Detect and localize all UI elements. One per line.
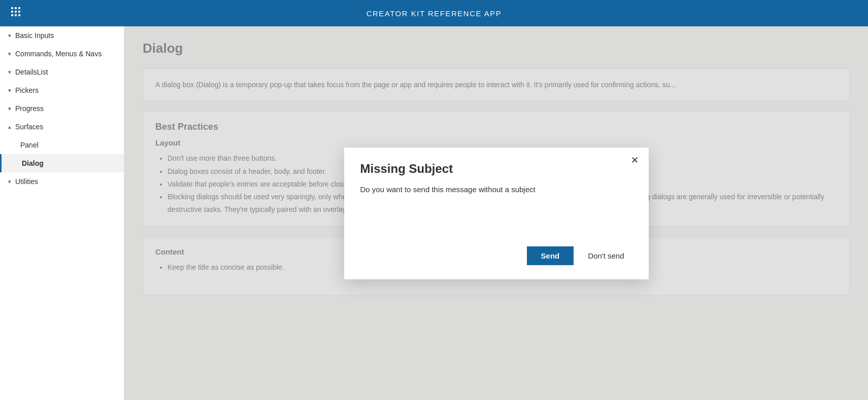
sidebar-item-basic-inputs[interactable]: ▾ Basic Inputs <box>0 26 124 45</box>
svg-point-6 <box>11 14 13 16</box>
dialog-footer: Send Don't send <box>360 246 632 265</box>
sidebar-item-commands-menus-navs[interactable]: ▾ Commands, Menus & Navs <box>0 45 124 63</box>
svg-point-5 <box>18 11 20 13</box>
svg-point-7 <box>15 14 17 16</box>
dialog-close-button[interactable]: ✕ <box>631 156 639 165</box>
app-header: CREATOR KIT REFERENCE APP <box>0 0 868 26</box>
sidebar-item-dialog[interactable]: Dialog <box>0 154 124 172</box>
svg-point-0 <box>11 7 13 9</box>
svg-point-3 <box>11 11 13 13</box>
sidebar-item-label: Commands, Menus & Navs <box>15 50 102 58</box>
chevron-icon: ▾ <box>8 105 11 112</box>
sidebar-item-label: Pickers <box>15 86 39 94</box>
chevron-icon: ▾ <box>8 32 11 39</box>
sidebar-item-label: DetailsList <box>15 68 48 76</box>
sidebar: ▾ Basic Inputs ▾ Commands, Menus & Navs … <box>0 26 124 400</box>
sidebar-item-label: Basic Inputs <box>15 31 54 40</box>
sidebar-item-progress[interactable]: ▾ Progress <box>0 99 124 118</box>
send-button[interactable]: Send <box>527 246 574 265</box>
sidebar-item-pickers[interactable]: ▾ Pickers <box>0 81 124 99</box>
dialog-title: Missing Subject <box>360 162 632 176</box>
sidebar-item-utilities[interactable]: ▾ Utilities <box>0 172 124 191</box>
sidebar-item-label: Dialog <box>22 159 44 167</box>
svg-point-4 <box>15 11 17 13</box>
waffle-icon[interactable] <box>10 6 21 20</box>
sidebar-item-label: Utilities <box>15 177 38 186</box>
chevron-icon: ▴ <box>8 124 11 130</box>
sidebar-item-label: Progress <box>15 104 44 113</box>
chevron-icon: ▾ <box>8 69 11 76</box>
svg-point-1 <box>15 7 17 9</box>
sidebar-item-label: Surfaces <box>15 123 43 131</box>
chevron-icon: ▾ <box>8 178 11 185</box>
dont-send-button[interactable]: Don't send <box>580 246 632 265</box>
dialog-body: Do you want to send this message without… <box>360 185 632 226</box>
svg-point-2 <box>18 7 20 9</box>
sidebar-item-label: Panel <box>20 141 39 149</box>
sidebar-item-panel[interactable]: Panel <box>0 136 124 154</box>
sidebar-item-details-list[interactable]: ▾ DetailsList <box>0 63 124 81</box>
dialog-overlay: ✕ Missing Subject Do you want to send th… <box>124 26 868 400</box>
chevron-icon: ▾ <box>8 87 11 94</box>
chevron-icon: ▾ <box>8 51 11 57</box>
header-title: CREATOR KIT REFERENCE APP <box>366 9 502 18</box>
sidebar-item-surfaces[interactable]: ▴ Surfaces <box>0 118 124 136</box>
dialog: ✕ Missing Subject Do you want to send th… <box>344 148 649 279</box>
svg-point-8 <box>18 14 20 16</box>
main-content: Dialog A dialog box (Dialog) is a tempor… <box>124 26 868 400</box>
